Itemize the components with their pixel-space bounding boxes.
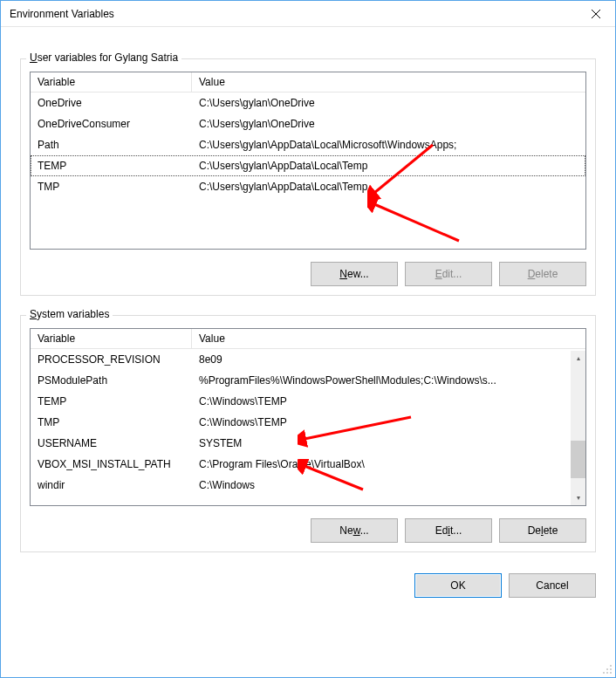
cell-variable: OneDrive bbox=[31, 97, 192, 109]
close-button[interactable] bbox=[576, 1, 615, 27]
dialog-footer: OK Cancel bbox=[20, 552, 596, 598]
cell-variable: TEMP bbox=[31, 160, 192, 172]
cell-value: C:\Windows bbox=[192, 479, 571, 491]
table-row[interactable]: TMPC:\Windows\TEMP bbox=[31, 412, 571, 433]
resize-grip-icon bbox=[600, 662, 613, 675]
table-row[interactable]: OneDriveConsumerC:\Users\gylan\OneDrive bbox=[31, 113, 585, 134]
cell-variable: TMP bbox=[31, 181, 192, 193]
svg-point-2 bbox=[610, 665, 612, 667]
system-variables-list[interactable]: Variable Value PROCESSOR_REVISION8e09PSM… bbox=[30, 328, 586, 506]
system-variables-label: System variables bbox=[26, 308, 113, 320]
svg-point-3 bbox=[606, 668, 608, 670]
column-variable[interactable]: Variable bbox=[31, 329, 192, 348]
user-variables-label: User variables for Gylang Satria bbox=[26, 51, 181, 64]
cell-value: C:\Users\gylan\OneDrive bbox=[192, 118, 585, 130]
cell-variable: Path bbox=[31, 139, 192, 151]
cell-variable: OneDriveConsumer bbox=[31, 118, 192, 130]
cell-variable: VBOX_MSI_INSTALL_PATH bbox=[31, 458, 192, 470]
svg-point-7 bbox=[610, 672, 612, 674]
close-icon bbox=[592, 10, 600, 18]
cell-value: C:\Users\gylan\OneDrive bbox=[192, 97, 585, 109]
scrollbar[interactable]: ▴ ▾ bbox=[571, 351, 585, 505]
system-buttons: New... Edit... Delete bbox=[30, 518, 586, 543]
table-row[interactable]: USERNAMESYSTEM bbox=[31, 433, 571, 454]
cell-value: C:\Windows\TEMP bbox=[192, 395, 571, 407]
table-row[interactable]: VBOX_MSI_INSTALL_PATHC:\Program Files\Or… bbox=[31, 454, 571, 475]
user-variables-group: User variables for Gylang Satria Variabl… bbox=[20, 58, 596, 296]
column-value[interactable]: Value bbox=[192, 72, 585, 92]
scroll-up-button[interactable]: ▴ bbox=[571, 351, 585, 366]
system-variables-group: System variables Variable Value PROCESSO… bbox=[20, 315, 596, 552]
dialog-body: User variables for Gylang Satria Variabl… bbox=[1, 27, 615, 677]
user-new-button[interactable]: New... bbox=[311, 262, 398, 286]
cell-value: 8e09 bbox=[192, 353, 571, 366]
system-edit-button[interactable]: Edit... bbox=[405, 518, 492, 543]
table-row[interactable]: TEMPC:\Users\gylan\AppData\Local\Temp bbox=[31, 155, 585, 176]
cell-variable: PROCESSOR_REVISION bbox=[31, 353, 192, 366]
cell-value: C:\Windows\TEMP bbox=[192, 416, 571, 428]
svg-point-4 bbox=[610, 668, 612, 670]
svg-point-6 bbox=[606, 672, 608, 674]
system-new-button[interactable]: New... bbox=[311, 518, 398, 543]
cell-value: C:\Users\gylan\AppData\Local\Temp bbox=[192, 181, 585, 193]
ok-button[interactable]: OK bbox=[414, 573, 502, 598]
table-row[interactable]: TMPC:\Users\gylan\AppData\Local\Temp bbox=[31, 176, 585, 197]
user-edit-button[interactable]: Edit... bbox=[405, 262, 492, 286]
table-row[interactable]: PSModulePath%ProgramFiles%\WindowsPowerS… bbox=[31, 370, 571, 391]
cell-value: C:\Users\gylan\AppData\Local\Microsoft\W… bbox=[192, 139, 585, 151]
column-value[interactable]: Value bbox=[192, 329, 585, 348]
cancel-button[interactable]: Cancel bbox=[509, 573, 596, 598]
titlebar: Environment Variables bbox=[1, 1, 615, 27]
cell-variable: PSModulePath bbox=[31, 374, 192, 387]
user-buttons: New... Edit... Delete bbox=[30, 262, 586, 286]
list-header: Variable Value bbox=[31, 72, 585, 92]
table-row[interactable]: PROCESSOR_REVISION8e09 bbox=[31, 349, 571, 370]
scroll-down-button[interactable]: ▾ bbox=[571, 490, 585, 505]
cell-value: SYSTEM bbox=[192, 437, 571, 449]
user-variables-list[interactable]: Variable Value OneDriveC:\Users\gylan\On… bbox=[30, 72, 586, 250]
table-row[interactable]: PathC:\Users\gylan\AppData\Local\Microso… bbox=[31, 134, 585, 155]
scroll-thumb[interactable] bbox=[571, 441, 585, 478]
cell-value: %ProgramFiles%\WindowsPowerShell\Modules… bbox=[192, 374, 571, 387]
table-row[interactable]: TEMPC:\Windows\TEMP bbox=[31, 391, 571, 412]
user-delete-button[interactable]: Delete bbox=[499, 262, 586, 286]
resize-grip[interactable] bbox=[600, 662, 613, 675]
cell-variable: TMP bbox=[31, 416, 192, 428]
system-delete-button[interactable]: Delete bbox=[499, 518, 586, 543]
cell-value: C:\Program Files\Oracle\VirtualBox\ bbox=[192, 458, 571, 470]
cell-variable: TEMP bbox=[31, 395, 192, 407]
cell-variable: USERNAME bbox=[31, 437, 192, 449]
window-title: Environment Variables bbox=[10, 8, 114, 20]
table-row[interactable]: windirC:\Windows bbox=[31, 475, 571, 496]
cell-variable: windir bbox=[31, 479, 192, 491]
cell-value: C:\Users\gylan\AppData\Local\Temp bbox=[192, 160, 585, 172]
table-row[interactable]: OneDriveC:\Users\gylan\OneDrive bbox=[31, 92, 585, 113]
svg-point-5 bbox=[603, 672, 605, 674]
list-header: Variable Value bbox=[31, 329, 585, 349]
scroll-track[interactable] bbox=[571, 366, 585, 490]
column-variable[interactable]: Variable bbox=[31, 72, 192, 92]
